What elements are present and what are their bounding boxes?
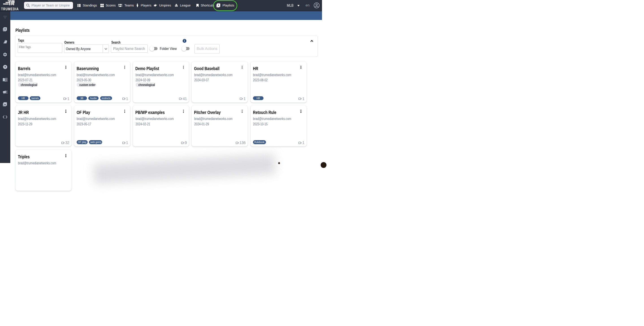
svg-text:?: ?: [4, 65, 6, 69]
